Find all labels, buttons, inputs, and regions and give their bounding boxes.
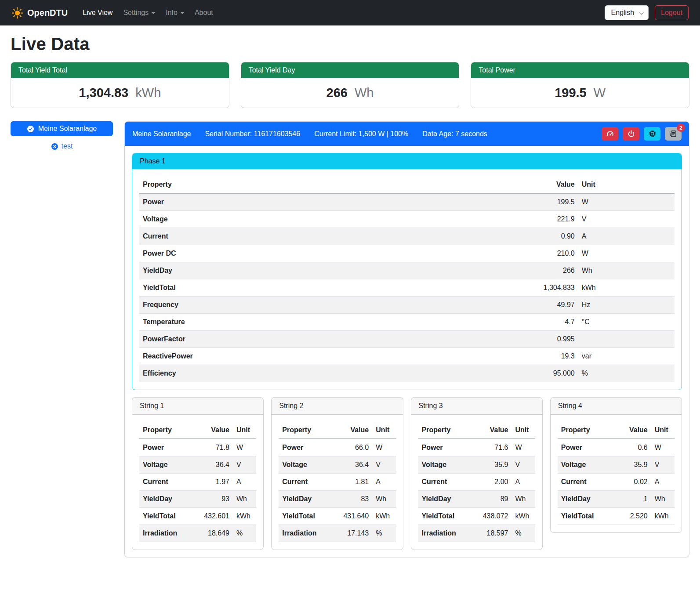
value-cell: 438.072 xyxy=(477,508,512,525)
nav-item-about[interactable]: About xyxy=(189,5,218,20)
property-cell: Irradiation xyxy=(279,525,337,542)
unit-cell: °C xyxy=(578,314,675,331)
journal-icon xyxy=(670,130,677,137)
table-row: Irradiation 18.649 % xyxy=(139,525,256,542)
value-cell: 2.520 xyxy=(616,508,651,525)
power-settings-button[interactable] xyxy=(623,127,639,141)
table-row: Current 2.00 A xyxy=(418,474,535,491)
inverter-serial: Serial Number: 116171603546 xyxy=(205,130,300,138)
inverter-test-button[interactable]: test xyxy=(48,142,76,151)
table-row: Current 1.81 A xyxy=(279,474,395,491)
unit-cell: W xyxy=(372,439,395,456)
nav-item-info[interactable]: Info xyxy=(160,5,189,20)
property-cell: Current xyxy=(558,474,616,491)
value-cell: 1 xyxy=(616,491,651,508)
property-cell: YieldDay xyxy=(418,491,477,508)
language-select[interactable]: English xyxy=(605,5,649,20)
column-header-unit: Unit xyxy=(651,422,675,439)
unit-cell: V xyxy=(233,456,256,474)
event-log-button[interactable]: 2 xyxy=(665,127,682,141)
string-table-body: Power 71.6 W Voltage 35.9 V xyxy=(418,439,535,542)
limit-settings-button[interactable] xyxy=(602,127,618,141)
property-cell: YieldTotal xyxy=(418,508,477,525)
phase-table-body: Power 199.5 W Voltage 221.9 V xyxy=(139,193,675,382)
summary-value: 199.5 xyxy=(555,86,587,100)
live-data-page: Live Data Total Yield Total 1,304.83 kWh… xyxy=(0,34,700,570)
inverter-select-label: Meine Solaranlage xyxy=(38,125,97,133)
nav-item-settings-label: Settings xyxy=(123,9,149,17)
column-header-unit: Unit xyxy=(578,176,675,193)
logout-button[interactable]: Logout xyxy=(655,5,689,20)
string-table: Property Value Unit Power xyxy=(418,422,535,542)
string-card-body: Property Value Unit Power xyxy=(132,415,263,550)
property-cell: Current xyxy=(139,228,514,245)
summary-cards-row: Total Yield Total 1,304.83 kWh Total Yie… xyxy=(11,62,689,108)
phase-table: Property Value Unit Power xyxy=(139,176,675,382)
unit-cell: Wh xyxy=(578,262,675,279)
summary-unit: Wh xyxy=(355,86,374,100)
unit-cell: Hz xyxy=(578,297,675,314)
summary-card-body: 199.5 W xyxy=(471,78,689,108)
property-cell: Current xyxy=(418,474,477,491)
table-row: Temperature 4.7 °C xyxy=(139,314,675,331)
table-row: YieldTotal 432.601 kWh xyxy=(139,508,256,525)
column-header-property: Property xyxy=(558,422,616,439)
inverter-data-age: Data Age: 7 seconds xyxy=(422,130,487,138)
table-row: Efficiency 95.000 % xyxy=(139,365,675,382)
unit-cell: A xyxy=(372,474,395,491)
nav-item-settings[interactable]: Settings xyxy=(118,5,160,20)
property-cell: Current xyxy=(279,474,337,491)
table-row: Irradiation 18.597 % xyxy=(418,525,535,542)
inverter-list: Meine Solaranlage test xyxy=(11,121,113,151)
property-cell: YieldTotal xyxy=(279,508,337,525)
inverter-select-button[interactable]: Meine Solaranlage xyxy=(11,121,113,136)
summary-card-title: Total Yield Total xyxy=(11,62,229,78)
unit-cell: kWh xyxy=(578,279,675,297)
property-cell: Voltage xyxy=(418,456,477,474)
table-row: PowerFactor 0.995 xyxy=(139,331,675,348)
value-cell: 1.81 xyxy=(337,474,372,491)
value-cell: 18.649 xyxy=(198,525,233,542)
summary-card-title: Total Yield Day xyxy=(241,62,459,78)
strings-row: String 1 Property Value Unit xyxy=(132,397,682,550)
inverter-actions: 2 xyxy=(602,127,682,141)
column-header-value: Value xyxy=(477,422,512,439)
column-header-value: Value xyxy=(616,422,651,439)
table-row: YieldDay 83 Wh xyxy=(279,491,395,508)
unit-cell: % xyxy=(233,525,256,542)
table-row: YieldTotal 431.640 kWh xyxy=(279,508,395,525)
phase-card-body: Property Value Unit Power xyxy=(132,169,682,390)
unit-cell: A xyxy=(651,474,675,491)
device-info-button[interactable] xyxy=(644,127,660,141)
value-cell: 2.00 xyxy=(477,474,512,491)
string-card-title: String 2 xyxy=(272,398,403,415)
brand-link[interactable]: OpenDTU xyxy=(11,7,68,19)
unit-cell: A xyxy=(233,474,256,491)
table-row: Voltage 35.9 V xyxy=(418,456,535,474)
value-cell: 431.640 xyxy=(337,508,372,525)
table-row: YieldDay 266 Wh xyxy=(139,262,675,279)
summary-card-body: 1,304.83 kWh xyxy=(11,78,229,108)
unit-cell: % xyxy=(512,525,535,542)
inverter-card-header: Meine Solaranlage Serial Number: 1161716… xyxy=(125,122,689,146)
property-cell: Voltage xyxy=(279,456,337,474)
value-cell: 0.6 xyxy=(616,439,651,456)
unit-cell: W xyxy=(578,193,675,211)
table-row: Power 71.8 W xyxy=(139,439,256,456)
column-header-unit: Unit xyxy=(512,422,535,439)
inverter-limit: Current Limit: 1,500 W | 100% xyxy=(314,130,408,138)
column-header-unit: Unit xyxy=(233,422,256,439)
summary-value: 1,304.83 xyxy=(79,86,128,100)
unit-cell: kWh xyxy=(372,508,395,525)
value-cell: 95.000 xyxy=(514,365,578,382)
top-navbar: OpenDTU Live View Settings Info About En… xyxy=(0,0,700,25)
property-cell: Power xyxy=(558,439,616,456)
value-cell: 35.9 xyxy=(616,456,651,474)
nav-item-live-view[interactable]: Live View xyxy=(77,5,118,20)
value-cell: 83 xyxy=(337,491,372,508)
unit-cell: Wh xyxy=(233,491,256,508)
table-row: YieldDay 1 Wh xyxy=(558,491,675,508)
string-card-1: String 1 Property Value Unit xyxy=(132,397,264,550)
value-cell: 36.4 xyxy=(337,456,372,474)
property-cell: Frequency xyxy=(139,297,514,314)
